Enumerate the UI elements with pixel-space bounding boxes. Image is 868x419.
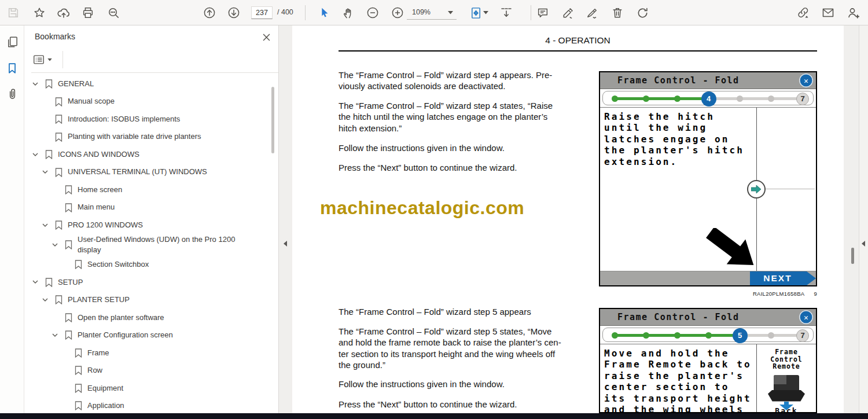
next-page-button[interactable] — [225, 3, 243, 22]
figure-code: RAIL20PLM1658BA — [753, 291, 805, 297]
page-number-input[interactable]: 237 — [251, 6, 273, 19]
zoom-dropdown-button[interactable] — [444, 6, 456, 19]
chevron-down-icon[interactable] — [32, 82, 45, 86]
collapse-panel-arrow[interactable] — [284, 241, 287, 247]
zoom-out-button[interactable] — [363, 3, 382, 22]
bookmark-item[interactable]: Equipment — [24, 380, 278, 398]
zoom-in-button[interactable] — [388, 3, 407, 22]
close-icon: ✕ — [799, 73, 813, 87]
previous-page-button[interactable] — [200, 3, 219, 22]
bookmarks-panel-header: Bookmarks — [24, 25, 278, 47]
bookmark-item-label: Home screen — [76, 185, 122, 196]
delete-button[interactable] — [608, 3, 627, 22]
chevron-down-icon[interactable] — [52, 333, 65, 337]
zoom-level-value[interactable]: 109% — [412, 8, 431, 16]
zoom-out-icon — [366, 6, 380, 20]
bookmark-icon — [75, 260, 86, 269]
bookmark-item[interactable]: Main menu — [24, 199, 278, 217]
add-user-button[interactable] — [844, 3, 862, 22]
frame-control-remote-label: Frame Control Remote — [757, 348, 816, 370]
close-panel-button[interactable] — [260, 31, 273, 43]
chevron-down-icon[interactable] — [42, 223, 55, 227]
bookmark-icon — [65, 313, 76, 322]
bookmark-item[interactable]: SETUP — [24, 274, 278, 292]
dialog-instruction-text: Move and hold the Frame Remote back to r… — [604, 348, 752, 413]
share-link-button[interactable] — [794, 3, 812, 22]
page-header: 4 - OPERATION — [339, 35, 817, 46]
bookmark-item[interactable]: Home screen — [24, 181, 278, 199]
chevron-down-icon[interactable] — [32, 153, 45, 157]
bookmark-icon — [55, 295, 67, 304]
chevron-down-icon[interactable] — [52, 243, 65, 247]
bookmark-options-button[interactable] — [32, 52, 58, 67]
email-button[interactable] — [819, 3, 837, 22]
print-icon — [82, 6, 94, 19]
bookmark-item-label: ICONS AND WINDOWS — [57, 149, 139, 160]
wizard-current-step: 5 — [733, 328, 748, 343]
chevron-down-icon[interactable] — [42, 298, 55, 302]
page-thumbnails-button[interactable] — [5, 35, 19, 49]
bookmarks-tab-button[interactable] — [5, 61, 19, 75]
bookmark-item[interactable]: Row — [24, 362, 278, 380]
bookmark-item[interactable]: Introduction: ISOBUS implements — [24, 111, 278, 128]
bookmarks-scrollbar[interactable] — [271, 87, 274, 153]
bookmark-icon — [65, 203, 76, 212]
comment-button[interactable] — [534, 3, 552, 22]
bookmark-item-label: PLANTER SETUP — [67, 295, 130, 306]
share-button[interactable] — [54, 3, 73, 22]
chevron-down-icon[interactable] — [32, 280, 45, 284]
trash-icon — [611, 6, 624, 19]
highlighter-icon — [561, 6, 575, 20]
toolbar: 237 / 400 109% — [0, 0, 868, 25]
search-icon — [107, 6, 120, 20]
bookmark-icon — [55, 168, 67, 177]
wizard-progress: 47 — [600, 89, 816, 108]
star-button[interactable] — [30, 3, 49, 22]
bookmark-icon — [75, 366, 86, 375]
bookmark-item[interactable]: Manual scope — [24, 93, 278, 111]
bookmark-item[interactable]: PRO 1200 WINDOWS — [24, 216, 278, 234]
bookmark-item[interactable]: ICONS AND WINDOWS — [24, 146, 278, 164]
bookmark-item[interactable]: Section Switchbox — [24, 256, 278, 274]
highlight-button[interactable] — [558, 3, 577, 22]
save-button[interactable] — [4, 3, 23, 22]
bookmark-item[interactable]: GENERAL — [24, 75, 278, 93]
upload-cloud-icon — [57, 6, 71, 20]
figure-caption: RAIL20PLM1658BA 9 — [599, 291, 817, 297]
paragraph: Press the “Next” button to continue the … — [339, 162, 587, 173]
fit-width-button[interactable] — [497, 3, 516, 22]
paragraph: The “Frame Control – Fold” wizard step 5… — [339, 306, 587, 317]
bookmark-item-label: Planting with variable rate drive plante… — [67, 131, 201, 142]
search-button[interactable] — [104, 3, 123, 22]
bookmark-icon — [65, 185, 76, 194]
collapse-tools-arrow[interactable] — [862, 241, 865, 247]
fit-width-icon — [499, 6, 513, 20]
bookmark-item[interactable]: Open the planter software — [24, 309, 278, 327]
bookmarks-panel: Bookmarks GENERALManual scopeIntroductio… — [24, 25, 278, 413]
bookmark-icon — [55, 115, 67, 124]
select-tool-button[interactable] — [315, 3, 333, 22]
fit-page-dropdown-button[interactable] — [480, 3, 491, 22]
save-icon — [7, 6, 20, 19]
hand-icon — [342, 6, 355, 20]
zoom-control-underline — [407, 19, 457, 20]
paragraph: The “Frame Control – Fold” wizard step 4… — [339, 100, 587, 134]
page-down-icon — [227, 6, 241, 20]
bookmark-item[interactable]: Application — [24, 397, 278, 413]
refresh-button[interactable] — [633, 3, 652, 22]
dialog-title: Frame Control - Fold — [600, 309, 816, 325]
attachments-button[interactable] — [5, 87, 19, 101]
document-scrollbar[interactable] — [851, 248, 854, 264]
bookmark-item[interactable]: Planting with variable rate drive plante… — [24, 128, 278, 146]
wizard-final-step: 7 — [796, 93, 809, 105]
chevron-down-icon[interactable] — [42, 170, 55, 174]
hand-tool-button[interactable] — [339, 3, 358, 22]
sign-button[interactable] — [583, 3, 601, 22]
bookmark-item[interactable]: Frame — [24, 344, 278, 362]
bookmark-item[interactable]: Planter Configuration screen — [24, 326, 278, 344]
bookmark-icon — [75, 401, 86, 410]
print-button[interactable] — [79, 3, 97, 22]
bookmark-item[interactable]: PLANTER SETUP — [24, 291, 278, 309]
bookmark-item[interactable]: User-Defined Windows (UDW) on the Pro 12… — [24, 234, 278, 256]
bookmark-item[interactable]: UNIVERSAL TERMINAL (UT) WINDOWS — [24, 164, 278, 182]
